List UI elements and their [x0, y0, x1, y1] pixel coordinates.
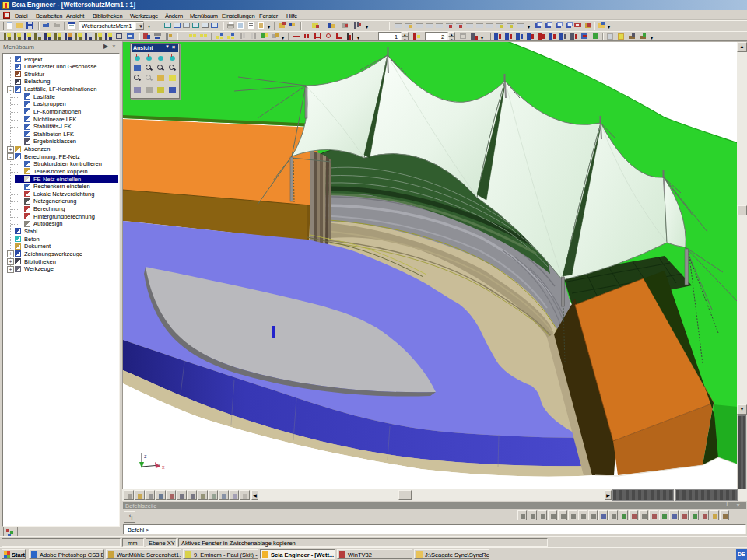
svg-text:z: z	[144, 453, 147, 459]
svg-text:x: x	[162, 464, 165, 470]
